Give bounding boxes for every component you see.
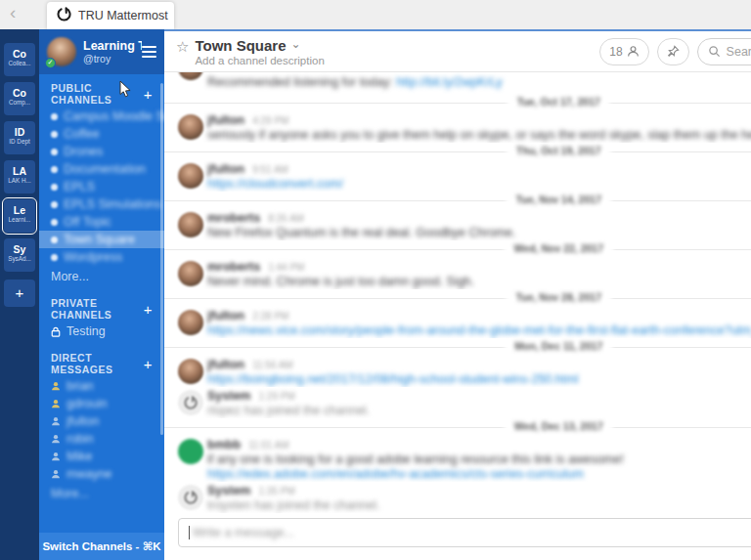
app-tab[interactable]: TRU Mattermost <box>47 2 174 29</box>
system-avatar <box>178 390 203 415</box>
message-link[interactable]: https://cloudconvert.com/ <box>207 177 343 191</box>
message-text: if any one is looking for a good adobe l… <box>207 452 751 467</box>
message-author[interactable]: jfulton <box>207 358 244 371</box>
message-author[interactable]: bmbb <box>207 438 241 452</box>
dm-item[interactable]: Mike <box>39 448 164 465</box>
message-author[interactable]: mroberts <box>207 260 260 274</box>
dm-item[interactable]: gdrouin <box>39 395 164 412</box>
user-avatar[interactable] <box>178 114 203 140</box>
channel-item[interactable]: Documentation <box>39 160 164 178</box>
system-message[interactable]: System1:35 PM troyxten has joined the ch… <box>164 482 751 513</box>
user-avatar[interactable] <box>178 359 203 384</box>
user-avatar[interactable] <box>178 212 203 237</box>
system-message[interactable]: System1:29 PM rlopez has joined the chan… <box>164 387 751 418</box>
date-separator: Tue, Oct 17, 2017 <box>164 94 751 111</box>
message-post[interactable]: jfulton11:56 AM https://boingboing.net/2… <box>164 356 751 387</box>
add-team-button[interactable]: + <box>4 280 35 307</box>
channel-item[interactable]: Drones <box>39 143 164 160</box>
user-avatar[interactable] <box>178 310 203 335</box>
message-post[interactable]: mroberts8:26 AM New Firefox Quantum is t… <box>164 209 751 240</box>
message-link[interactable]: https://news.vice.com/story/people-from-… <box>207 323 751 337</box>
channel-item[interactable]: Campus Moodle Suppo... <box>39 108 164 125</box>
person-away-icon <box>51 381 61 391</box>
more-public-channels-link[interactable]: More... <box>39 268 164 285</box>
favorite-star-icon[interactable]: ☆ <box>176 38 189 56</box>
message-post[interactable]: bmbb11:01 AM if any one is looking for a… <box>164 436 751 482</box>
dm-item[interactable]: jfulton <box>39 412 164 430</box>
date-separator: Tue, Nov 28, 2017 <box>164 289 751 307</box>
person-offline-icon <box>51 416 61 426</box>
channel-item[interactable]: Coffee <box>39 125 164 143</box>
user-avatar[interactable] <box>178 439 203 464</box>
message-text: seriously if anyone asks you to give the… <box>207 128 751 143</box>
message-text: https://boingboing.net/2017/12/08/high-s… <box>207 372 751 387</box>
message-input[interactable]: Write a message... <box>178 518 751 547</box>
message-post[interactable]: jfulton9:51 AM https://cloudconvert.com/ <box>164 160 751 192</box>
team-sidebar: Co Collea... Co Comp... ID ID Dept LA LA… <box>0 29 39 560</box>
pinned-posts-button[interactable] <box>657 38 689 65</box>
message-timestamp: 1:35 PM <box>258 486 294 496</box>
channel-item-town-square-selected[interactable]: Town Square <box>39 231 164 248</box>
dm-item[interactable]: mwayne <box>39 465 164 483</box>
message-post[interactable]: mroberts1:44 PM Never mind. Chrome is ju… <box>164 258 751 289</box>
dm-item[interactable]: robin <box>39 430 164 448</box>
team-tile-sysadmin[interactable]: Sy SysAd... <box>4 238 35 272</box>
sidebar-scrollbar[interactable] <box>160 83 163 435</box>
channel-item[interactable]: Off Topic <box>39 213 164 231</box>
sidebar-header[interactable]: ✓ Learning Tech @troy <box>39 29 164 74</box>
message-author[interactable]: jfulton <box>207 309 244 323</box>
user-avatar[interactable] <box>178 163 203 189</box>
main-menu-icon[interactable] <box>142 43 156 61</box>
user-avatar: ✓ <box>47 37 76 66</box>
message-text: Never mind. Chrome is just too damn good… <box>207 275 751 289</box>
message-author[interactable]: jfulton <box>207 162 244 176</box>
add-private-channel-button[interactable]: + <box>144 301 153 318</box>
date-separator: Wed, Nov 22, 2017 <box>164 240 751 258</box>
team-name: Learning Tech <box>83 39 142 53</box>
window-titlebar: ‹ TRU Mattermost <box>0 0 751 29</box>
dm-item[interactable]: brian <box>39 377 164 395</box>
date-separator: Tue, Nov 14, 2017 <box>164 192 751 209</box>
member-count-button[interactable]: 18 <box>599 38 648 65</box>
system-message-text: rlopez has joined the channel. <box>207 404 751 418</box>
message-timestamp: 11:56 AM <box>252 360 293 370</box>
message-timestamp: 4:29 PM <box>252 115 288 126</box>
team-tile-colleagues[interactable]: Co Collea... <box>4 43 35 76</box>
globe-icon <box>51 254 58 261</box>
person-offline-icon <box>51 469 61 479</box>
channel-description[interactable]: Add a channel description <box>195 55 324 66</box>
message-feed[interactable]: Recommended listening for today: http://… <box>164 72 751 513</box>
user-avatar[interactable] <box>178 72 203 80</box>
search-input[interactable]: Search <box>697 38 751 65</box>
team-tile-comp[interactable]: Co Comp... <box>4 82 35 115</box>
system-icon <box>184 396 198 409</box>
message-post[interactable]: jfulton4:29 PM seriously if anyone asks … <box>164 111 751 143</box>
globe-icon <box>51 219 58 226</box>
channel-item[interactable]: EPLS Simulations <box>39 195 164 213</box>
back-chevron-icon[interactable]: ‹ <box>10 2 16 23</box>
message-link[interactable]: https://edex.adobe.com/en/adobe/hv-acade… <box>207 467 584 481</box>
message-post[interactable]: Recommended listening for today: http://… <box>164 72 751 94</box>
channel-switcher-button[interactable]: Switch Channels - ⌘K <box>39 533 164 560</box>
channel-item[interactable]: Wordpress <box>39 248 164 266</box>
add-direct-message-button[interactable]: + <box>144 356 153 372</box>
message-timestamp: 8:26 AM <box>268 213 304 224</box>
team-tile-lak[interactable]: LA LAK H... <box>4 160 35 194</box>
team-tile-id-dept[interactable]: ID ID Dept <box>4 121 35 154</box>
add-public-channel-button[interactable]: + <box>144 86 153 103</box>
message-author[interactable]: jfulton <box>207 113 244 127</box>
message-post[interactable]: jfulton2:28 PM https://news.vice.com/sto… <box>164 307 751 338</box>
user-avatar[interactable] <box>178 261 203 286</box>
channel-sidebar: ✓ Learning Tech @troy PUBLIC CHANNELS + … <box>39 29 164 560</box>
message-link[interactable]: http://bit.ly/2wpKrLy <box>396 75 503 89</box>
channel-item-testing[interactable]: Testing <box>39 323 164 340</box>
more-direct-messages-link[interactable]: More... <box>39 485 164 502</box>
direct-messages-header: DIRECT MESSAGES + <box>39 356 164 371</box>
team-tile-learning-tech-selected[interactable]: Le Learni... <box>4 199 35 233</box>
message-author[interactable]: mroberts <box>207 211 260 225</box>
chevron-down-icon[interactable]: ⌄ <box>291 37 301 51</box>
username: @troy <box>83 53 142 65</box>
channel-title[interactable]: Town Square <box>195 37 286 54</box>
message-link[interactable]: https://boingboing.net/2017/12/08/high-s… <box>207 372 578 386</box>
channel-item[interactable]: EPLS <box>39 178 164 195</box>
